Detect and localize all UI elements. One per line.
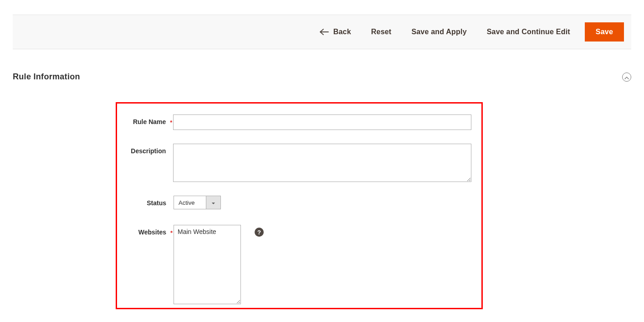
status-select-toggle[interactable] <box>206 196 220 209</box>
save-and-apply-button[interactable]: Save and Apply <box>401 23 476 41</box>
websites-field: Websites Main Website ? <box>127 225 471 304</box>
status-select[interactable]: Active <box>174 196 221 209</box>
help-icon[interactable]: ? <box>255 228 264 237</box>
save-button[interactable]: Save <box>585 22 624 42</box>
arrow-left-icon <box>320 29 329 35</box>
rule-name-field: Rule Name <box>127 114 471 130</box>
save-and-apply-label: Save and Apply <box>411 28 466 36</box>
save-button-label: Save <box>596 28 613 36</box>
section-title: Rule Information <box>13 72 80 82</box>
status-label: Status <box>127 196 174 207</box>
reset-button-label: Reset <box>371 28 392 36</box>
save-and-continue-button[interactable]: Save and Continue Edit <box>477 23 580 41</box>
websites-multiselect[interactable]: Main Website <box>174 225 241 304</box>
websites-option[interactable]: Main Website <box>178 228 237 235</box>
collapse-toggle[interactable] <box>622 73 631 82</box>
back-button[interactable]: Back <box>310 23 361 41</box>
description-field: Description <box>127 144 471 182</box>
back-button-label: Back <box>333 28 351 36</box>
rule-name-input[interactable] <box>173 114 471 130</box>
save-and-continue-label: Save and Continue Edit <box>487 28 570 36</box>
chevron-up-icon <box>624 73 629 81</box>
rule-name-label: Rule Name <box>127 114 173 125</box>
websites-label: Websites <box>127 225 174 236</box>
rule-information-form: Rule Name Description Status Active Webs… <box>116 102 483 309</box>
action-toolbar: Back Reset Save and Apply Save and Conti… <box>13 15 631 49</box>
status-field: Status Active <box>127 196 471 209</box>
status-select-value: Active <box>174 196 206 209</box>
section-header: Rule Information <box>13 72 631 82</box>
description-input[interactable] <box>173 144 471 182</box>
reset-button[interactable]: Reset <box>361 23 402 41</box>
description-label: Description <box>127 144 173 155</box>
caret-down-icon <box>211 198 215 207</box>
